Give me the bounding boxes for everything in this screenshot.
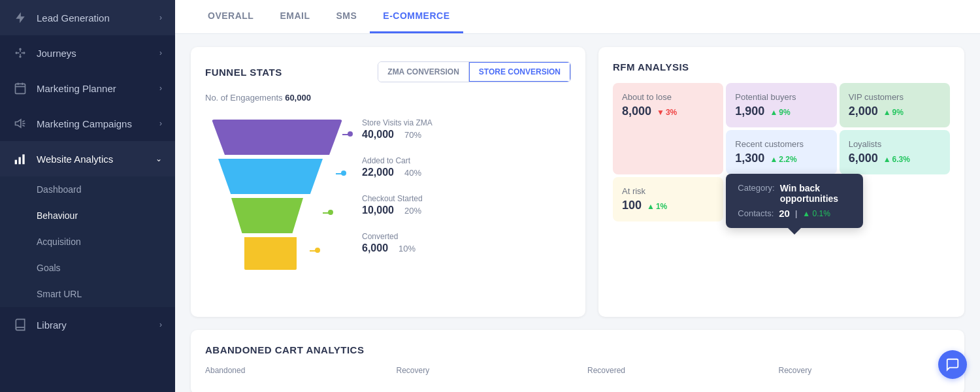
svg-point-0	[16, 52, 18, 54]
rfm-title: RFM ANALYSIS	[613, 61, 689, 73]
chart-icon	[13, 152, 27, 166]
funnel-stats-list: Store Visits via ZMA 40,000 70% Added to…	[362, 113, 571, 259]
tab-email[interactable]: EMAIL	[267, 0, 323, 33]
sidebar-sub-item-dashboard[interactable]: Dashboard	[0, 176, 175, 203]
top-navigation: OVERALL EMAIL SMS E-COMMERCE	[175, 0, 980, 34]
sidebar-sub-item-acquisition[interactable]: Acquisition	[0, 229, 175, 255]
arrow-up-icon: ▲	[770, 155, 777, 164]
megaphone-icon	[13, 116, 27, 131]
chevron-right-icon: ›	[159, 13, 162, 22]
content-area: FUNNEL STATS ZMA CONVERSION STORE CONVER…	[175, 34, 980, 392]
website-analytics-submenu: Dashboard Behaviour Acquisition Goals Sm…	[0, 176, 175, 307]
sidebar-item-marketing-planner[interactable]: Marketing Planner ›	[0, 71, 175, 106]
abandoned-col-4: Recovery	[779, 366, 951, 380]
svg-rect-16	[15, 160, 17, 165]
funnel-content: Store Visits via ZMA 40,000 70% Added to…	[205, 113, 571, 302]
abandoned-col-1: Abandoned	[205, 366, 377, 380]
funnel-row-added-to-cart: Added to Cart 22,000 40%	[362, 151, 571, 184]
svg-point-2	[23, 52, 25, 54]
arrow-down-icon: ▼	[657, 108, 664, 117]
rfm-tooltip-area: Category: Win back opportunities Contact…	[726, 177, 950, 221]
abandoned-col-2: Recovery	[397, 366, 568, 380]
rfm-cell-vip-customers: VIP customers 2,000 ▲ 9%	[840, 83, 950, 127]
funnel-stats-card: FUNNEL STATS ZMA CONVERSION STORE CONVER…	[191, 47, 585, 317]
funnel-row-store-visits: Store Visits via ZMA 40,000 70%	[362, 113, 571, 146]
sidebar-item-library[interactable]: Library ›	[0, 307, 175, 342]
svg-point-3	[19, 56, 21, 57]
sidebar-item-lead-generation[interactable]: Lead Generation ›	[0, 0, 175, 35]
chevron-right-icon: ›	[159, 320, 162, 329]
main-cards-row: FUNNEL STATS ZMA CONVERSION STORE CONVER…	[191, 47, 964, 317]
rfm-analysis-card: RFM ANALYSIS About to lose 8,000 ▼	[598, 47, 964, 317]
sidebar-item-journeys[interactable]: Journeys ›	[0, 35, 175, 71]
tab-sms[interactable]: SMS	[323, 0, 370, 33]
sidebar-sub-item-behaviour[interactable]: Behaviour	[0, 203, 175, 229]
graph-icon	[13, 46, 27, 60]
svg-point-1	[19, 48, 21, 50]
svg-line-13	[22, 121, 24, 122]
rfm-cell-about-to-lose: About to lose 8,000 ▼ 3%	[613, 83, 723, 174]
sidebar-item-website-analytics[interactable]: Website Analytics ⌄	[0, 141, 175, 176]
calendar-icon	[13, 81, 27, 95]
store-conversion-toggle[interactable]: STORE CONVERSION	[469, 62, 570, 82]
abandoned-col-3: Recovered	[587, 366, 759, 380]
abandoned-cart-card: ABANDONED CART ANALYTICS Abandoned Recov…	[191, 330, 964, 392]
svg-marker-12	[16, 120, 21, 127]
rfm-cell-recent-customers: Recent customers 1,300 ▲ 2.2%	[726, 130, 836, 174]
lightning-icon	[13, 10, 27, 25]
arrow-up-icon: ▲	[883, 155, 891, 164]
arrow-up-icon: ▲	[883, 108, 891, 117]
arrow-up-icon: ▲	[647, 202, 655, 211]
rfm-cell-at-risk: At risk 100 ▲ 1%	[613, 177, 723, 221]
abandoned-cart-columns: Abandoned Recovery Recovered Recovery	[205, 366, 950, 380]
book-icon	[13, 318, 27, 332]
funnel-row-checkout-started: Checkout Started 10,000 20%	[362, 189, 571, 221]
main-content: OVERALL EMAIL SMS E-COMMERCE FUNNEL STAT…	[175, 0, 980, 392]
chevron-right-icon: ›	[159, 48, 162, 57]
chevron-down-icon: ⌄	[155, 154, 162, 163]
sidebar-item-marketing-campaigns[interactable]: Marketing Campaigns ›	[0, 106, 175, 141]
svg-rect-18	[22, 154, 24, 164]
support-button[interactable]	[938, 350, 967, 379]
abandoned-cart-title: ABANDONED CART ANALYTICS	[205, 344, 950, 355]
sidebar-sub-item-goals[interactable]: Goals	[0, 255, 175, 281]
funnel-visual	[205, 113, 349, 302]
funnel-row-converted: Converted 6,000 10%	[362, 227, 571, 259]
rfm-tooltip: Category: Win back opportunities Contact…	[726, 174, 863, 228]
funnel-toggle-group: ZMA CONVERSION STORE CONVERSION	[378, 61, 571, 82]
funnel-stats-header: FUNNEL STATS ZMA CONVERSION STORE CONVER…	[205, 61, 571, 82]
svg-rect-17	[19, 157, 21, 165]
arrow-up-icon: ▲	[770, 108, 777, 117]
sidebar: Lead Generation › Journeys › Marketing P…	[0, 0, 175, 392]
zma-conversion-toggle[interactable]: ZMA CONVERSION	[378, 62, 469, 82]
svg-line-15	[22, 125, 24, 127]
engagements-label: No. of Engagements 60,000	[205, 93, 571, 103]
rfm-cell-loyalists: Loyalists 6,000 ▲ 6.3%	[840, 130, 950, 174]
chevron-right-icon: ›	[159, 119, 162, 128]
rfm-cell-potential-buyers: Potential buyers 1,900 ▲ 9%	[726, 83, 836, 127]
tab-ecommerce[interactable]: E-COMMERCE	[370, 0, 463, 33]
svg-rect-8	[16, 84, 25, 93]
tab-overall[interactable]: OVERALL	[195, 0, 267, 33]
rfm-header: RFM ANALYSIS	[613, 61, 950, 73]
sidebar-sub-item-smart-url[interactable]: Smart URL	[0, 281, 175, 307]
funnel-stats-title: FUNNEL STATS	[205, 67, 282, 78]
chevron-right-icon: ›	[159, 84, 162, 93]
